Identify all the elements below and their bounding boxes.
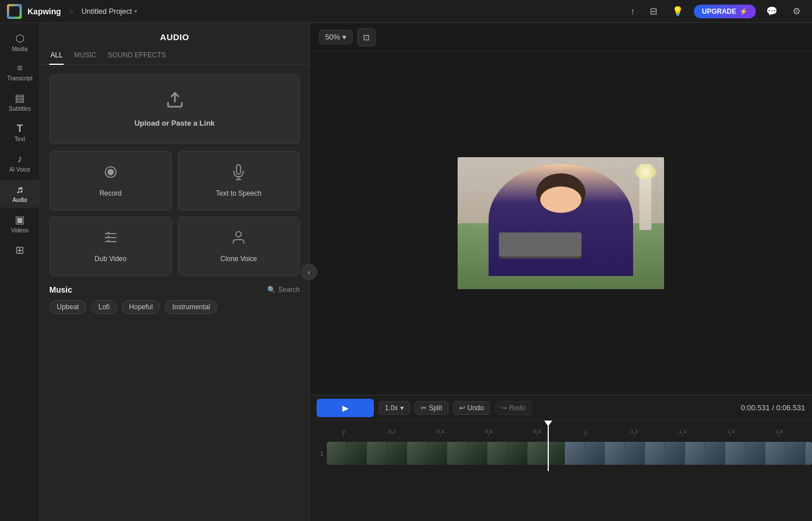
canvas-area: 50% ▾ ⊡ [310, 23, 812, 521]
timeline-ruler: :0 :0.2 :0.4 :0.6 :0.8 :1 :1.2 :1.4 :1.6… [310, 421, 812, 437]
speed-chevron: ▾ [400, 404, 404, 412]
aspect-ratio-button[interactable]: ⊡ [357, 28, 376, 46]
dub-video-card[interactable]: Dub Video [49, 216, 172, 276]
panel-title: AUDIO [40, 23, 309, 46]
subtitles-icon: ▤ [15, 93, 25, 103]
sidebar-item-text[interactable]: T Text [0, 119, 40, 147]
audio-icon: ♬ [16, 184, 24, 195]
panel-body: Upload or Paste a Link Record [40, 65, 309, 521]
redo-button[interactable]: ↪ Redo [495, 401, 532, 415]
upload-text: Upload or Paste a Link [134, 119, 214, 127]
canvas-toolbar: 50% ▾ ⊡ [310, 23, 812, 52]
tick-3: :0.6 [464, 429, 512, 437]
tick-0: :0 [319, 429, 367, 437]
redo-icon: ↪ [501, 404, 507, 412]
timeline-toolbar: ▶ 1.0x ▾ ✂ Split ↩ Undo ↪ Redo [310, 395, 812, 421]
sidebar: ⬡ Media ≡ Transcript ▤ Subtitles T Text … [0, 23, 40, 521]
ruler-ticks: :0 :0.2 :0.4 :0.6 :0.8 :1 :1.2 :1.4 :1.6… [319, 429, 803, 437]
action-grid: Record Text to Speech [49, 151, 300, 276]
music-tags: Upbeat Lofi Hopeful Instrumental [49, 300, 300, 314]
upload-card[interactable]: Upload or Paste a Link [49, 74, 300, 144]
zoom-chevron: ▾ [342, 33, 346, 41]
search-icon: 🔍 [267, 286, 276, 294]
sidebar-item-media[interactable]: ⬡ Media [0, 29, 40, 57]
audio-panel: AUDIO ALL MUSIC SOUND EFFECTS Upload or … [40, 23, 310, 521]
logo[interactable] [7, 4, 22, 19]
tag-lofi[interactable]: Lofi [91, 300, 117, 314]
timeline-tracks: 1 [310, 437, 812, 471]
dub-video-icon [103, 230, 119, 249]
project-title[interactable]: Untitled Project ▾ [81, 7, 137, 15]
split-label: Split [429, 404, 442, 412]
videos-icon: ▣ [15, 215, 25, 225]
undo-label: Undo [467, 404, 484, 412]
text-to-speech-label: Text to Speech [216, 189, 261, 197]
images-icon: ⊞ [15, 245, 24, 255]
track-row-1: 1 [310, 439, 812, 468]
current-time: 0:00.531 [741, 403, 770, 412]
play-button[interactable]: ▶ [317, 399, 374, 417]
sidebar-item-images[interactable]: ⊞ [0, 240, 40, 262]
tab-music[interactable]: MUSIC [73, 46, 97, 65]
text-to-speech-card[interactable]: Text to Speech [178, 151, 300, 211]
redo-label: Redo [509, 404, 526, 412]
undo-button[interactable]: ↩ Undo [453, 401, 490, 415]
upgrade-lightning: ⚡ [739, 7, 748, 15]
panel-collapse-button[interactable]: ‹ [301, 264, 317, 280]
zoom-value: 50% [325, 33, 340, 41]
record-card[interactable]: Record [49, 151, 172, 211]
tick-2: :0.4 [416, 429, 464, 437]
text-to-speech-icon [231, 164, 247, 184]
track-content[interactable] [327, 442, 812, 465]
search-label: Search [278, 286, 300, 294]
music-search-button[interactable]: 🔍 Search [267, 286, 300, 294]
canvas-preview [310, 52, 812, 395]
lightbulb-button[interactable]: 💡 [667, 3, 688, 19]
sidebar-item-subtitles[interactable]: ▤ Subtitles [0, 88, 40, 116]
timeline-time: 0:00.531 / 0:06.531 [741, 403, 805, 412]
brand-name: Kapwing [28, 7, 61, 16]
tag-instrumental[interactable]: Instrumental [165, 300, 217, 314]
svg-point-5 [236, 232, 241, 237]
tag-upbeat[interactable]: Upbeat [49, 300, 87, 314]
track-label: 1 [310, 450, 327, 457]
project-chevron: ▾ [134, 8, 137, 14]
record-icon [103, 164, 119, 184]
record-label: Record [99, 189, 122, 197]
tick-6: :1.2 [609, 429, 657, 437]
tab-all[interactable]: ALL [49, 46, 64, 65]
tab-sound-effects[interactable]: SOUND EFFECTS [107, 46, 167, 65]
video-frame [458, 157, 664, 289]
sidebar-item-videos[interactable]: ▣ Videos [0, 210, 40, 238]
subtitles-button[interactable]: ⊟ [645, 3, 662, 19]
media-icon: ⬡ [15, 33, 25, 44]
main-content: ⬡ Media ≡ Transcript ▤ Subtitles T Text … [0, 23, 812, 521]
chat-button[interactable]: 💬 [762, 3, 782, 19]
tick-4: :0.8 [513, 429, 561, 437]
settings-button[interactable]: ⚙ [788, 3, 805, 19]
tick-5: :1 [561, 429, 609, 437]
video-preview [458, 157, 664, 289]
clone-voice-label: Clone Voice [220, 255, 257, 263]
split-icon: ✂ [421, 404, 427, 412]
tick-8: :1.6 [706, 429, 754, 437]
timeline-area: ▶ 1.0x ▾ ✂ Split ↩ Undo ↪ Redo [310, 395, 812, 521]
play-icon: ▶ [342, 403, 349, 413]
sidebar-item-audio[interactable]: ♬ Audio [0, 180, 40, 208]
clone-voice-card[interactable]: Clone Voice [178, 216, 300, 276]
sidebar-item-transcript[interactable]: ≡ Transcript [0, 59, 40, 86]
zoom-selector[interactable]: 50% ▾ [319, 30, 353, 44]
sidebar-item-ai-voice[interactable]: ♪ AI Voice [0, 149, 40, 177]
upgrade-button[interactable]: UPGRADE ⚡ [694, 5, 756, 18]
split-button[interactable]: ✂ Split [415, 401, 448, 415]
dub-video-label: Dub Video [95, 255, 127, 263]
tag-hopeful[interactable]: Hopeful [122, 300, 160, 314]
upgrade-label: UPGRADE [702, 7, 736, 15]
tick-9: :1.8 [755, 429, 803, 437]
text-icon: T [17, 123, 23, 134]
music-section-header: Music 🔍 Search [49, 285, 300, 294]
tick-7: :1.4 [658, 429, 706, 437]
share-button[interactable]: ↑ [626, 4, 639, 19]
speed-selector[interactable]: 1.0x ▾ [378, 401, 410, 415]
svg-point-2 [108, 169, 113, 174]
